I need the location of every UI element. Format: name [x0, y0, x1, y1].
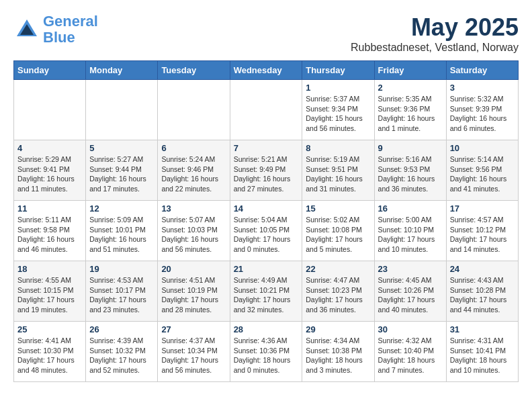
col-tuesday: Tuesday — [158, 61, 230, 80]
table-row: 28Sunrise: 4:36 AM Sunset: 10:36 PM Dayl… — [230, 322, 302, 382]
col-saturday: Saturday — [446, 61, 518, 80]
table-row: 9Sunrise: 5:16 AM Sunset: 9:53 PM Daylig… — [374, 140, 446, 201]
table-row: 24Sunrise: 4:43 AM Sunset: 10:28 PM Dayl… — [446, 261, 518, 322]
day-info: Sunrise: 5:27 AM Sunset: 9:44 PM Dayligh… — [89, 154, 154, 194]
location-title: Rubbestadneset, Vestland, Norway — [351, 42, 519, 54]
table-row: 31Sunrise: 4:31 AM Sunset: 10:41 PM Dayl… — [446, 322, 518, 382]
day-number: 2 — [378, 83, 443, 93]
day-info: Sunrise: 5:37 AM Sunset: 9:34 PM Dayligh… — [306, 94, 370, 134]
day-info: Sunrise: 4:31 AM Sunset: 10:41 PM Daylig… — [450, 336, 515, 375]
logo-line1: General — [43, 13, 98, 30]
day-info: Sunrise: 5:04 AM Sunset: 10:05 PM Daylig… — [234, 215, 299, 255]
table-row: 12Sunrise: 5:09 AM Sunset: 10:01 PM Dayl… — [86, 201, 158, 261]
day-info: Sunrise: 5:32 AM Sunset: 9:39 PM Dayligh… — [450, 94, 515, 134]
day-info: Sunrise: 5:00 AM Sunset: 10:10 PM Daylig… — [378, 215, 443, 255]
day-number: 29 — [306, 324, 370, 334]
day-number: 16 — [378, 203, 443, 214]
day-info: Sunrise: 5:11 AM Sunset: 9:58 PM Dayligh… — [17, 215, 82, 255]
table-row: 20Sunrise: 4:51 AM Sunset: 10:19 PM Dayl… — [158, 261, 230, 322]
table-row — [14, 80, 86, 140]
day-number: 24 — [450, 264, 515, 274]
calendar-table: Sunday Monday Tuesday Wednesday Thursday… — [13, 60, 519, 382]
table-row: 25Sunrise: 4:41 AM Sunset: 10:30 PM Dayl… — [14, 322, 86, 382]
day-number: 7 — [234, 143, 299, 153]
col-friday: Friday — [374, 61, 446, 80]
day-number: 11 — [17, 203, 82, 214]
day-info: Sunrise: 5:21 AM Sunset: 9:49 PM Dayligh… — [234, 154, 299, 194]
table-row: 10Sunrise: 5:14 AM Sunset: 9:56 PM Dayli… — [446, 140, 518, 201]
day-info: Sunrise: 5:35 AM Sunset: 9:36 PM Dayligh… — [378, 94, 443, 134]
day-info: Sunrise: 4:32 AM Sunset: 10:40 PM Daylig… — [378, 336, 443, 375]
table-row: 30Sunrise: 4:32 AM Sunset: 10:40 PM Dayl… — [374, 322, 446, 382]
table-row: 19Sunrise: 4:53 AM Sunset: 10:17 PM Dayl… — [86, 261, 158, 322]
day-info: Sunrise: 5:02 AM Sunset: 10:08 PM Daylig… — [306, 215, 370, 255]
calendar-week-1: 1Sunrise: 5:37 AM Sunset: 9:34 PM Daylig… — [14, 80, 519, 140]
calendar-week-5: 25Sunrise: 4:41 AM Sunset: 10:30 PM Dayl… — [14, 322, 519, 382]
table-row — [86, 80, 158, 140]
logo: General Blue — [13, 13, 98, 46]
calendar-week-4: 18Sunrise: 4:55 AM Sunset: 10:15 PM Dayl… — [14, 261, 519, 322]
table-row: 17Sunrise: 4:57 AM Sunset: 10:12 PM Dayl… — [446, 201, 518, 261]
table-row: 15Sunrise: 5:02 AM Sunset: 10:08 PM Dayl… — [302, 201, 374, 261]
day-number: 1 — [306, 83, 370, 93]
day-number: 9 — [378, 143, 443, 153]
day-info: Sunrise: 5:29 AM Sunset: 9:41 PM Dayligh… — [17, 154, 82, 194]
day-number: 21 — [234, 264, 299, 274]
day-number: 3 — [450, 83, 515, 93]
day-info: Sunrise: 4:37 AM Sunset: 10:34 PM Daylig… — [161, 336, 226, 375]
day-info: Sunrise: 4:43 AM Sunset: 10:28 PM Daylig… — [450, 275, 515, 315]
table-row: 7Sunrise: 5:21 AM Sunset: 9:49 PM Daylig… — [230, 140, 302, 201]
day-info: Sunrise: 4:34 AM Sunset: 10:38 PM Daylig… — [306, 336, 370, 375]
day-number: 5 — [89, 143, 154, 153]
calendar-header-row: Sunday Monday Tuesday Wednesday Thursday… — [14, 61, 519, 80]
page-header: General Blue May 2025 Rubbestadneset, Ve… — [13, 13, 519, 54]
day-info: Sunrise: 5:16 AM Sunset: 9:53 PM Dayligh… — [378, 154, 443, 194]
table-row: 2Sunrise: 5:35 AM Sunset: 9:36 PM Daylig… — [374, 80, 446, 140]
table-row: 8Sunrise: 5:19 AM Sunset: 9:51 PM Daylig… — [302, 140, 374, 201]
day-info: Sunrise: 5:09 AM Sunset: 10:01 PM Daylig… — [89, 215, 154, 255]
day-number: 26 — [89, 324, 154, 334]
title-block: May 2025 Rubbestadneset, Vestland, Norwa… — [351, 13, 519, 54]
table-row: 14Sunrise: 5:04 AM Sunset: 10:05 PM Dayl… — [230, 201, 302, 261]
day-info: Sunrise: 4:36 AM Sunset: 10:36 PM Daylig… — [234, 336, 299, 375]
day-number: 20 — [161, 264, 226, 274]
table-row: 1Sunrise: 5:37 AM Sunset: 9:34 PM Daylig… — [302, 80, 374, 140]
day-number: 30 — [378, 324, 443, 334]
day-info: Sunrise: 5:07 AM Sunset: 10:03 PM Daylig… — [161, 215, 226, 255]
day-info: Sunrise: 4:45 AM Sunset: 10:26 PM Daylig… — [378, 275, 443, 315]
logo-icon — [13, 16, 40, 43]
day-info: Sunrise: 4:47 AM Sunset: 10:23 PM Daylig… — [306, 275, 370, 315]
month-title: May 2025 — [351, 13, 519, 42]
table-row: 5Sunrise: 5:27 AM Sunset: 9:44 PM Daylig… — [86, 140, 158, 201]
day-info: Sunrise: 4:55 AM Sunset: 10:15 PM Daylig… — [17, 275, 82, 315]
calendar-week-3: 11Sunrise: 5:11 AM Sunset: 9:58 PM Dayli… — [14, 201, 519, 261]
day-number: 17 — [450, 203, 515, 214]
day-number: 8 — [306, 143, 370, 153]
day-info: Sunrise: 5:14 AM Sunset: 9:56 PM Dayligh… — [450, 154, 515, 194]
col-sunday: Sunday — [14, 61, 86, 80]
col-wednesday: Wednesday — [230, 61, 302, 80]
day-number: 25 — [17, 324, 82, 334]
day-number: 18 — [17, 264, 82, 274]
day-number: 27 — [161, 324, 226, 334]
table-row: 6Sunrise: 5:24 AM Sunset: 9:46 PM Daylig… — [158, 140, 230, 201]
day-number: 4 — [17, 143, 82, 153]
table-row: 26Sunrise: 4:39 AM Sunset: 10:32 PM Dayl… — [86, 322, 158, 382]
day-info: Sunrise: 4:51 AM Sunset: 10:19 PM Daylig… — [161, 275, 226, 315]
calendar-week-2: 4Sunrise: 5:29 AM Sunset: 9:41 PM Daylig… — [14, 140, 519, 201]
table-row — [230, 80, 302, 140]
table-row: 4Sunrise: 5:29 AM Sunset: 9:41 PM Daylig… — [14, 140, 86, 201]
table-row: 11Sunrise: 5:11 AM Sunset: 9:58 PM Dayli… — [14, 201, 86, 261]
table-row: 22Sunrise: 4:47 AM Sunset: 10:23 PM Dayl… — [302, 261, 374, 322]
day-number: 23 — [378, 264, 443, 274]
day-number: 28 — [234, 324, 299, 334]
table-row: 3Sunrise: 5:32 AM Sunset: 9:39 PM Daylig… — [446, 80, 518, 140]
table-row: 27Sunrise: 4:37 AM Sunset: 10:34 PM Dayl… — [158, 322, 230, 382]
day-info: Sunrise: 4:49 AM Sunset: 10:21 PM Daylig… — [234, 275, 299, 315]
logo-line2: Blue — [43, 29, 75, 46]
table-row: 13Sunrise: 5:07 AM Sunset: 10:03 PM Dayl… — [158, 201, 230, 261]
day-number: 6 — [161, 143, 226, 153]
day-info: Sunrise: 4:41 AM Sunset: 10:30 PM Daylig… — [17, 336, 82, 375]
day-info: Sunrise: 5:24 AM Sunset: 9:46 PM Dayligh… — [161, 154, 226, 194]
day-number: 13 — [161, 203, 226, 214]
